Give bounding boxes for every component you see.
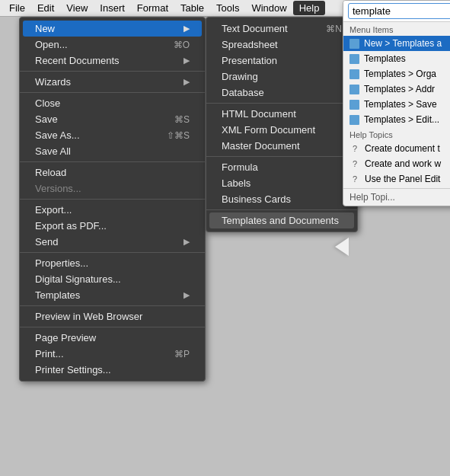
submenu-templates-docs[interactable]: Templates and Documents [209,212,354,228]
tooltip-arrow [335,238,349,256]
doc-icon-4 [349,85,359,94]
submenu-sep-2 [206,156,357,157]
separator-1 [20,71,205,72]
submenu-labels[interactable]: Labels [209,175,354,191]
file-menu: New ▶ Open... ⌘O Recent Documents ▶ Wiza… [19,17,206,382]
menu-item-save-all[interactable]: Save All [23,143,202,159]
submenu-database[interactable]: Database [209,85,354,101]
search-result-help-1[interactable]: ? Create document t [343,141,450,156]
menu-item-reload[interactable]: Reload [23,165,202,180]
menu-item-send[interactable]: Send ▶ [23,234,202,250]
doc-icon [349,39,359,49]
menu-item-close[interactable]: Close [23,95,202,111]
menu-item-open[interactable]: Open... ⌘O [23,37,202,53]
submenu-drawing[interactable]: Drawing [209,69,354,85]
menu-item-export-pdf[interactable]: Export as PDF... [23,218,202,234]
search-result-templates-edit[interactable]: Templates > Edit... [343,112,450,127]
help-icon-1: ? [349,143,360,154]
menu-item-save[interactable]: Save ⌘S [23,111,202,127]
menu-format[interactable]: Format [131,1,174,15]
submenu-xml[interactable]: XML Form Document [209,122,354,138]
search-input[interactable] [348,3,450,19]
menu-view[interactable]: View [60,1,94,15]
search-result-templates-save[interactable]: Templates > Save [343,97,450,112]
separator-4 [20,199,205,200]
menu-item-save-as[interactable]: Save As... ⇧⌘S [23,127,202,143]
menu-tools[interactable]: Tools [210,1,245,15]
search-result-new-templates[interactable]: New > Templates a [343,36,450,51]
search-result-templates-org[interactable]: Templates > Orga [343,66,450,81]
menu-item-new[interactable]: New ▶ [23,21,202,37]
new-submenu: Text Document ⌘N Spreadsheet Presentatio… [206,17,358,232]
help-topics-link-row: Help Topi... [343,188,450,206]
doc-icon-3 [349,69,359,79]
help-icon-3: ? [349,174,360,184]
menu-insert[interactable]: Insert [94,1,131,15]
submenu-html[interactable]: HTML Document [209,106,354,122]
search-result-templates-addr[interactable]: Templates > Addr [343,81,450,97]
menu-item-versions[interactable]: Versions... [23,180,202,196]
menu-window[interactable]: Window [245,1,292,15]
submenu-text-document[interactable]: Text Document ⌘N [209,21,354,37]
separator-5 [20,252,205,253]
menu-edit[interactable]: Edit [31,1,60,15]
submenu-presentation[interactable]: Presentation [209,53,354,69]
menu-item-signatures[interactable]: Digital Signatures... [23,271,202,287]
menu-file[interactable]: File [3,1,31,15]
help-topics-label: Help Topics [343,127,450,141]
submenu-spreadsheet[interactable]: Spreadsheet [209,37,354,53]
submenu-sep-3 [206,209,357,210]
menu-item-wizards[interactable]: Wizards ▶ [23,74,202,90]
search-result-help-2[interactable]: ? Create and work w [343,156,450,171]
separator-7 [20,327,205,327]
submenu-sep-1 [206,103,357,104]
help-topics-link[interactable]: Help Topi... [349,192,395,203]
submenu-arrow: ▶ [184,24,190,34]
doc-icon-5 [349,100,359,110]
doc-icon-6 [349,115,359,125]
search-panel: Menu Items New > Templates a Templates T… [343,0,450,206]
menu-item-recent[interactable]: Recent Documents ▶ [23,53,202,69]
menu-item-export[interactable]: Export... [23,202,202,218]
menu-item-templates[interactable]: Templates ▶ [23,287,202,303]
menu-item-print[interactable]: Print... ⌘P [23,346,202,362]
submenu-formula[interactable]: Formula [209,159,354,175]
menu-item-page-preview[interactable]: Page Preview [23,330,202,346]
search-input-row [343,1,450,22]
menu-item-properties[interactable]: Properties... [23,255,202,271]
separator-3 [20,161,205,162]
menu-table[interactable]: Table [174,1,210,15]
help-icon-2: ? [349,158,360,169]
doc-icon-2 [349,54,359,64]
submenu-business-cards[interactable]: Business Cards [209,191,354,207]
menu-item-preview-browser[interactable]: Preview in Web Browser [23,308,202,324]
search-result-templates[interactable]: Templates [343,51,450,66]
menu-item-printer-settings[interactable]: Printer Settings... [23,362,202,378]
separator-6 [20,305,205,306]
menu-items-label: Menu Items [343,22,450,36]
separator-2 [20,92,205,93]
menu-help[interactable]: Help [293,1,326,15]
submenu-master[interactable]: Master Document [209,138,354,154]
search-result-help-3[interactable]: ? Use the Panel Edit [343,171,450,187]
